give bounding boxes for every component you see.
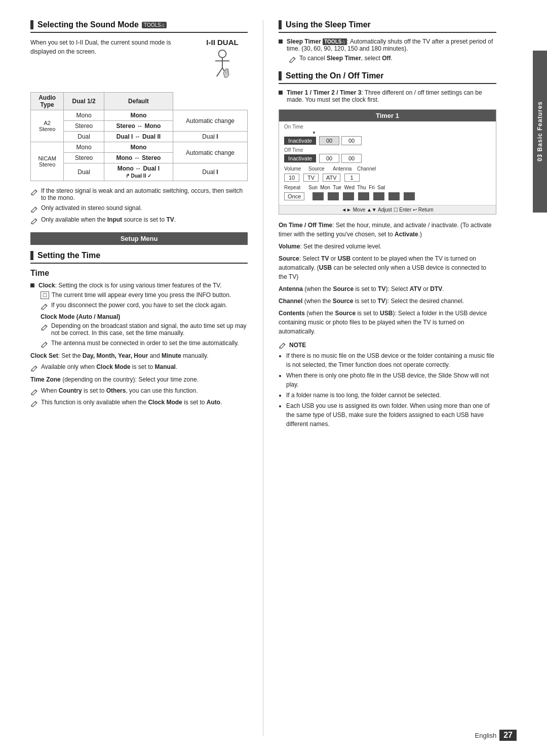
desc-contents: Contents (when the Source is set to USB)… [279,309,496,336]
timer-nav-bar: ◄► Move ▲▼ Adjust ☐ Enter ↩ Return [279,205,496,214]
off-time-label: Off Time [284,147,491,153]
on-time-row: Inactivate 00 00 [284,136,491,145]
table-row: A2Stereo Mono Mono Automatic change [31,110,248,121]
sound-mode-heading: Selecting the Sound Mode TOOLS♫ [30,20,248,33]
svg-line-3 [217,68,222,76]
sleep-timer-heading: Using the Sleep Timer [279,20,496,33]
desc-on-off-time: On Time / Off Time: Set the hour, minute… [279,221,496,239]
table-row: NICAMStereo Mono Mono Automatic change [31,142,248,153]
pencil-icon-3 [30,217,38,225]
note-antenna: The antenna must be connected in order t… [41,340,248,348]
timer-desc: Timer 1 / Timer 2 / Timer 3: Three diffe… [287,89,496,103]
source-label: Source [308,166,329,172]
hand-icon [207,49,238,85]
heading-bar [30,20,33,29]
time-heading: Time [30,269,248,278]
on-minute: 00 [341,136,362,145]
on-inactivate: Inactivate [284,137,316,145]
pencil-icon-2 [30,205,38,213]
cancel-text: To cancel Sleep Timer, select Off. [299,55,393,62]
note-label: NOTE [289,342,306,349]
timer-body: On Time ▼ Inactivate 00 00 Off Time Inac… [279,121,496,205]
dual-stereo2: Mono ↔ Stereo [104,153,173,163]
side-tab: 03 Basic Features [533,51,547,213]
dual-image-block: I-II DUAL [197,38,248,85]
bullet-square-sleep [279,39,283,44]
pencil-icon-10 [289,55,297,63]
table-header-audio-type: AudioType [31,93,64,110]
pencil-icon-6 [41,340,49,348]
clock-set-text: Clock Set: Set the Day, Month, Year, Hou… [30,351,248,360]
day-thu [373,192,384,200]
dual-dual: Dual I ↔ Dual II [104,132,173,142]
type-mono2: Mono [64,142,104,153]
note-item-4: Each USB you use is assigned its own fol… [286,401,496,429]
note-others: When Country is set to Others, you can u… [30,387,248,396]
note-broadcast: Depending on the broadcast station and s… [41,322,248,337]
right-column: Using the Sleep Timer Sleep Timer TOOLS♫… [263,20,496,736]
dual-mono: Mono [104,110,173,121]
type-stereo2: Stereo [64,153,104,163]
off-inactivate: Inactivate [284,154,316,162]
note-stereo-weak: If the stereo signal is weak and an auto… [30,187,248,201]
sound-mode-desc: When you set to I-II Dual, the current s… [30,38,192,56]
pencil-icon-5 [41,323,49,331]
on-time-label: On Time [284,124,491,130]
audio-table: AudioType Dual 1/2 Default A2Stereo Mono… [30,92,248,181]
note-input-text: Only available when the Input source is … [41,216,176,223]
type-dual2: Dual [64,163,104,181]
dual-stereo: Stereo ↔ Mono [104,121,173,132]
note-stereo-only-text: Only activated in stereo sound signal. [41,204,142,212]
off-hour: 00 [319,154,339,163]
on-hour: 00 [319,136,339,145]
group-nicam: NICAMStereo [31,142,64,181]
arrow-indicator: ▼ [312,131,491,135]
channel-val: 1 [344,174,360,182]
default-dual2: Dual I [173,163,247,181]
day-sat [404,192,415,200]
day-mon [328,192,339,200]
language-label: English [475,732,497,739]
desc-antenna: Antenna (when the Source is set to TV): … [279,284,496,293]
broadcast-text: Depending on the broadcast station and s… [51,322,248,337]
auto-mode-text: This function is only available when the… [41,399,222,406]
pencil-icon-8 [30,388,38,396]
note-auto-mode: This function is only available when the… [30,399,248,407]
default-auto2: Automatic change [173,142,247,163]
timer-values-row: 10 TV ATV 1 [284,174,491,182]
note-list: If there is no music file on the USB dev… [279,351,496,429]
type-stereo: Stereo [64,121,104,132]
volume-label: Volume [284,166,304,172]
antenna-text: The antenna must be connected in order t… [51,340,239,347]
info-box-icon: ☐ [41,291,49,299]
repeat-label: Repeat [284,185,304,190]
default-dual1: Dual I [173,132,247,142]
note-pencil-icon [279,341,287,349]
heading-bar-2 [30,251,33,260]
day-sun [312,192,324,200]
note-disconnect: If you disconnect the power cord, you ha… [41,302,248,310]
repeat-val: Once [284,192,304,200]
day-labels: Sun Mon Tue Wed Thu Fri Sat [308,185,385,190]
setup-menu-label: Setup Menu [121,235,158,242]
timer-box: Timer 1 On Time ▼ Inactivate 00 00 Off T… [279,109,496,215]
left-column: Selecting the Sound Mode TOOLS♫ When you… [30,20,263,736]
clock-bullet: Clock: Setting the clock is for using va… [30,282,248,289]
page-number-block: English 27 [475,730,517,741]
bullet-square-clock [30,283,34,287]
heading-bar-4 [279,71,282,80]
pencil-icon-4 [41,302,49,310]
clock-desc: Clock: Setting the clock is for using va… [38,282,222,289]
pencil-icon-1 [30,188,38,196]
page-num-badge: 27 [499,730,517,741]
dual-text: When you set to I-II Dual, the current s… [30,38,192,59]
note-box-heading: NOTE [279,341,496,349]
day-fri [388,192,400,200]
sleep-timer-bullet: Sleep Timer TOOLS♫: Automatically shuts … [279,38,496,52]
default-auto-change: Automatic change [173,110,247,132]
dual-mono2: Mono [104,142,173,153]
note-item-3: If a folder name is too long, the folder… [286,391,496,400]
day-tue [343,192,354,200]
desc-source: Source: Select TV or USB content to be p… [279,254,496,281]
table-header-default: Default [104,93,173,110]
